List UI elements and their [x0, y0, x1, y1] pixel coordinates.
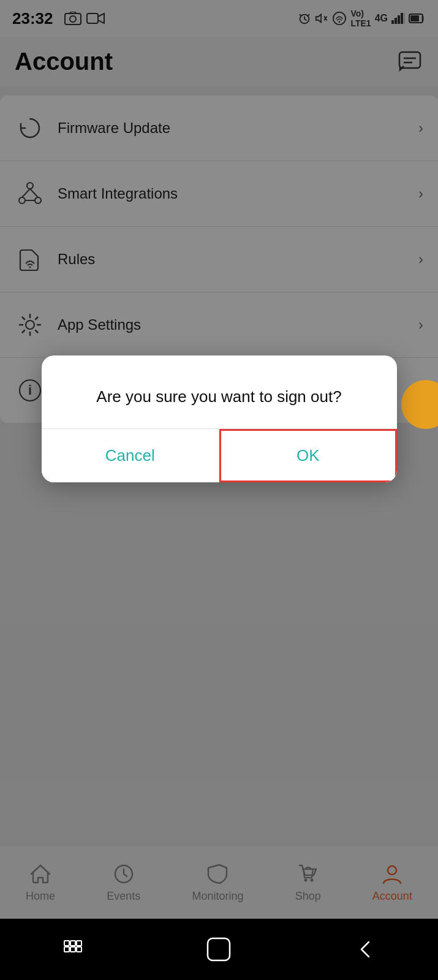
svg-rect-31: [70, 941, 75, 946]
home-button[interactable]: [194, 934, 243, 965]
svg-rect-35: [77, 947, 81, 952]
svg-rect-32: [77, 941, 81, 946]
svg-rect-34: [70, 947, 75, 952]
dialog-message: Are you sure you want to sign out?: [42, 355, 397, 428]
cancel-button[interactable]: Cancel: [42, 429, 220, 482]
overlay-dim: [0, 0, 438, 980]
svg-rect-30: [64, 941, 69, 946]
svg-rect-33: [64, 947, 69, 952]
nav-bar: [0, 919, 438, 980]
back-button[interactable]: [341, 934, 390, 965]
ok-button[interactable]: OK: [219, 429, 397, 482]
dialog-buttons: Cancel OK: [42, 428, 397, 482]
recent-apps-button[interactable]: [48, 934, 97, 965]
svg-rect-36: [208, 938, 230, 960]
sign-out-dialog: Are you sure you want to sign out? Cance…: [42, 355, 397, 482]
